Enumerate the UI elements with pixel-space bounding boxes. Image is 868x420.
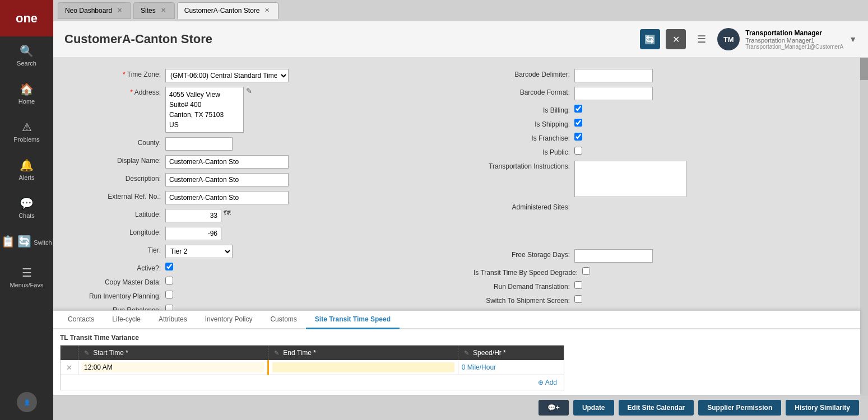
- tab-close-neo-dashboard[interactable]: ✕: [115, 6, 124, 15]
- external-ref-input[interactable]: [165, 191, 289, 204]
- display-name-input[interactable]: [165, 155, 289, 169]
- is-franchise-row: Is Franchise:: [474, 133, 849, 142]
- table-row: ✕ 0 Mile/Hour: [61, 360, 564, 375]
- copy-master-checkbox[interactable]: [165, 277, 173, 284]
- latitude-label: Latitude:: [64, 209, 165, 218]
- row-delete-cell: ✕: [61, 360, 78, 375]
- start-time-input[interactable]: [82, 362, 264, 372]
- sidebar-item-switch[interactable]: 📋 🔄 Switch: [0, 227, 53, 258]
- menu-button[interactable]: ☰: [691, 29, 712, 49]
- update-button[interactable]: Update: [573, 400, 614, 416]
- main-area: Neo Dashboard ✕ Sites ✕ CustomerA-Canton…: [53, 0, 868, 420]
- latitude-input[interactable]: [165, 209, 221, 222]
- sidebar-item-user-circle[interactable]: 👤: [0, 384, 53, 420]
- tab-close-customer-canton[interactable]: ✕: [263, 6, 271, 15]
- tier-select[interactable]: Tier 2: [165, 245, 233, 258]
- is-public-checkbox[interactable]: [574, 147, 582, 155]
- end-time-input[interactable]: [272, 362, 454, 372]
- th-start-time: ✎ Start Time *: [78, 346, 268, 361]
- sidebar-item-problems[interactable]: ⚠ Problems: [0, 113, 53, 151]
- sidebar: one 🔍 Search 🏠 Home ⚠ Problems 🔔 Alerts …: [0, 0, 53, 420]
- tab-inventory-policy[interactable]: Inventory Policy: [196, 311, 262, 329]
- switch-shipment-row: Switch To Shipment Screen:: [474, 295, 849, 305]
- speed-cell: 0 Mile/Hour: [458, 360, 564, 375]
- is-billing-checkbox[interactable]: [574, 105, 582, 113]
- is-shipping-checkbox[interactable]: [574, 119, 582, 127]
- barcode-format-row: Barcode Format:: [474, 87, 849, 100]
- sidebar-item-chats[interactable]: 💬 Chats: [0, 189, 53, 227]
- address-edit-icon[interactable]: ✎: [246, 87, 252, 95]
- tab-customer-canton[interactable]: CustomerA-Canton Store ✕: [177, 2, 279, 19]
- row-delete-button[interactable]: ✕: [64, 363, 75, 372]
- tab-close-sites[interactable]: ✕: [159, 6, 168, 15]
- transport-instructions-textarea[interactable]: [574, 161, 686, 197]
- sidebar-label-switch: Switch: [34, 239, 52, 246]
- tl-table-area: TL Transit Time Variance ✎ Start Time * …: [53, 329, 860, 395]
- timezone-select[interactable]: (GMT-06:00) Central Standard Time (Ameri…: [165, 69, 289, 82]
- content-area: * Time Zone: (GMT-06:00) Central Standar…: [53, 58, 868, 395]
- is-shipping-row: Is Shipping:: [474, 119, 849, 128]
- county-row: County:: [64, 137, 440, 151]
- sidebar-item-menus[interactable]: ☰ Menus/Favs: [0, 258, 53, 296]
- form-col-right: Barcode Delimiter: Barcode Format: Is Bi…: [462, 69, 849, 319]
- tab-sites[interactable]: Sites ✕: [133, 2, 175, 19]
- switch-icon2: 🔄: [17, 235, 31, 248]
- run-inventory-checkbox[interactable]: [165, 291, 173, 298]
- scroll-thumb: [860, 58, 868, 80]
- tl-table-title: TL Transit Time Variance: [60, 334, 853, 342]
- user-dropdown-chevron[interactable]: ▼: [849, 35, 857, 44]
- history-similarity-button[interactable]: History Similarity: [786, 400, 859, 416]
- right-scrollbar[interactable]: [860, 58, 868, 395]
- description-label: Description:: [64, 173, 165, 183]
- supplier-permission-button[interactable]: Supplier Permission: [698, 400, 781, 416]
- longitude-row: Longitude:: [64, 227, 440, 240]
- description-input[interactable]: [165, 173, 289, 186]
- edit-site-calendar-button[interactable]: Edit Site Calendar: [619, 400, 694, 416]
- switch-shipment-label: Switch To Shipment Screen:: [474, 295, 574, 305]
- tab-neo-dashboard[interactable]: Neo Dashboard ✕: [58, 2, 131, 19]
- county-input[interactable]: [165, 137, 233, 151]
- free-storage-input[interactable]: [574, 249, 653, 263]
- administered-sites-label: Administered Sites:: [474, 202, 574, 211]
- add-row-bar: ⊕ Add: [60, 375, 564, 390]
- barcode-delimiter-label: Barcode Delimiter:: [474, 69, 574, 78]
- run-demand-checkbox[interactable]: [574, 281, 582, 289]
- refresh-button[interactable]: 🔄: [640, 29, 660, 49]
- display-name-label: Display Name:: [64, 155, 165, 165]
- user-info: Transportation Manager Transportation Ma…: [745, 29, 843, 50]
- th-speed: ✎ Speed/Hr *: [458, 346, 564, 361]
- sidebar-item-alerts[interactable]: 🔔 Alerts: [0, 151, 53, 189]
- county-label: County:: [64, 137, 165, 147]
- switch-shipment-checkbox[interactable]: [574, 295, 582, 303]
- tab-site-transit[interactable]: Site Transit Time Speed: [306, 311, 400, 329]
- tl-table: ✎ Start Time * ✎ End Time * ✎ Speed/Hr *: [60, 345, 564, 375]
- problems-icon: ⚠: [22, 120, 32, 134]
- longitude-input[interactable]: [165, 227, 221, 240]
- transport-instructions-row: Transportation Instructions:: [474, 161, 849, 197]
- sidebar-label-menus: Menus/Favs: [10, 282, 44, 288]
- chat-button[interactable]: 💬+: [539, 400, 569, 416]
- add-button[interactable]: ⊕ Add: [537, 377, 558, 388]
- run-inventory-label: Run Inventory Planning:: [64, 291, 165, 300]
- close-button[interactable]: ✕: [666, 29, 686, 49]
- tab-contacts[interactable]: Contacts: [59, 311, 103, 329]
- tab-customs[interactable]: Customs: [261, 311, 305, 329]
- is-franchise-checkbox[interactable]: [574, 133, 582, 141]
- tab-label-customer-canton: CustomerA-Canton Store: [184, 7, 260, 15]
- map-icon[interactable]: 🗺: [224, 209, 231, 217]
- tier-row: Tier: Tier 2: [64, 245, 440, 258]
- barcode-delimiter-input[interactable]: [574, 69, 653, 82]
- address-row: * Address: 4055 Valley ViewSuite# 400Can…: [64, 87, 440, 133]
- sidebar-item-search[interactable]: 🔍 Search: [0, 36, 53, 74]
- copy-master-label: Copy Master Data:: [64, 277, 165, 286]
- form-two-col: * Time Zone: (GMT-06:00) Central Standar…: [64, 69, 849, 319]
- is-transit-checkbox[interactable]: [582, 267, 590, 275]
- tab-lifecycle[interactable]: Life-cycle: [103, 311, 150, 329]
- page-title: CustomerA-Canton Store: [64, 32, 634, 46]
- active-checkbox[interactable]: [165, 263, 173, 270]
- barcode-format-input[interactable]: [574, 87, 653, 100]
- tab-label-sites: Sites: [141, 7, 156, 15]
- tab-attributes[interactable]: Attributes: [150, 311, 196, 329]
- description-row: Description:: [64, 173, 440, 186]
- sidebar-item-home[interactable]: 🏠 Home: [0, 74, 53, 113]
